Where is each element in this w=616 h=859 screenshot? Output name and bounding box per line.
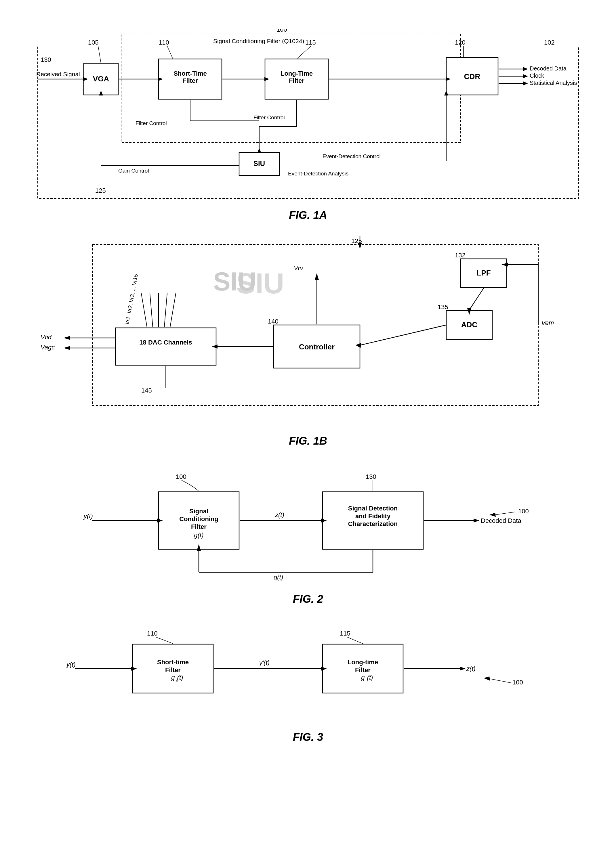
svg-text:Conditioning: Conditioning <box>179 515 218 523</box>
svg-text:Gain Control: Gain Control <box>118 168 149 174</box>
svg-text:Filter: Filter <box>289 77 305 84</box>
svg-marker-23 <box>523 67 528 71</box>
svg-text:Clock: Clock <box>530 72 544 79</box>
fig1b-caption: FIG. 1B <box>35 435 582 447</box>
svg-text:132: 132 <box>455 251 466 259</box>
svg-text:145: 145 <box>141 387 152 394</box>
svg-text:130: 130 <box>366 473 376 480</box>
svg-text:18 DAC Channels: 18 DAC Channels <box>139 339 192 346</box>
svg-text:Filter: Filter <box>182 77 198 84</box>
svg-marker-155 <box>460 667 466 671</box>
page: VGA Short-Time Filter Long-Time Filter C… <box>0 0 616 859</box>
svg-text:Decoded Data: Decoded Data <box>481 517 521 524</box>
svg-text:Received Signal: Received Signal <box>36 71 80 77</box>
svg-text:Short-time: Short-time <box>157 659 189 666</box>
fig2-diagram: Signal Conditioning Filter g(t) Signal D… <box>78 469 538 590</box>
svg-text:115: 115 <box>340 630 350 637</box>
svg-text:and Fidelity: and Fidelity <box>355 512 391 520</box>
svg-text:z(t): z(t) <box>275 511 284 519</box>
svg-text:Vfid: Vfid <box>41 334 52 341</box>
svg-text:125: 125 <box>351 237 362 244</box>
fig3-svg: Short-time Filter g s (t) Long-time Filt… <box>64 627 553 728</box>
svg-rect-73 <box>116 328 216 365</box>
svg-text:g: g <box>361 674 364 681</box>
svg-text:VGA: VGA <box>93 75 109 83</box>
fig1b-diagram: SIU SIU LPF ADC Controller 18 DAC Channe… <box>35 236 582 431</box>
svg-text:SIU: SIU <box>213 267 256 296</box>
svg-text:102: 102 <box>544 39 555 46</box>
svg-text:z(t): z(t) <box>466 665 475 672</box>
svg-text:Signal: Signal <box>189 508 208 515</box>
svg-text:Filter: Filter <box>191 523 206 530</box>
svg-text:110: 110 <box>147 630 158 637</box>
svg-text:100: 100 <box>277 29 287 33</box>
svg-marker-124 <box>474 519 479 523</box>
svg-text:g: g <box>171 674 175 681</box>
svg-text:Short-Time: Short-Time <box>174 70 207 77</box>
svg-marker-25 <box>523 74 528 78</box>
svg-text:135: 135 <box>438 303 448 311</box>
fig3-caption: FIG. 3 <box>64 731 553 743</box>
svg-text:y(t): y(t) <box>66 661 76 668</box>
svg-text:y(t): y(t) <box>83 512 93 520</box>
svg-text:Vr1, Vr2, Vr3, ... Vr15: Vr1, Vr2, Vr3, ... Vr15 <box>124 273 139 325</box>
svg-text:Event-Detection Analysis: Event-Detection Analysis <box>288 170 349 176</box>
svg-text:100: 100 <box>513 679 523 686</box>
svg-text:Vem: Vem <box>541 319 554 326</box>
svg-text:130: 130 <box>41 56 51 63</box>
svg-text:Event-Detection Control: Event-Detection Control <box>322 153 381 159</box>
svg-line-77 <box>469 288 484 310</box>
svg-text:115: 115 <box>305 39 316 46</box>
svg-text:Filter Control: Filter Control <box>253 114 285 120</box>
fig1a-caption: FIG. 1A <box>35 209 582 222</box>
svg-line-133 <box>495 512 515 515</box>
svg-text:120: 120 <box>455 39 466 46</box>
svg-text:105: 105 <box>88 39 98 46</box>
fig1a-svg: VGA Short-Time Filter Long-Time Filter C… <box>35 29 582 210</box>
fig1b-svg: SIU SIU LPF ADC Controller 18 DAC Channe… <box>35 236 582 431</box>
svg-text:SIU: SIU <box>253 159 265 167</box>
svg-line-84 <box>150 293 153 327</box>
fig2-caption: FIG. 2 <box>78 593 538 605</box>
svg-text:125: 125 <box>95 187 106 194</box>
svg-text:y'(t): y'(t) <box>259 659 270 666</box>
svg-marker-161 <box>484 676 490 681</box>
fig2-svg: Signal Conditioning Filter g(t) Signal D… <box>78 469 538 590</box>
svg-text:Decoded Data: Decoded Data <box>530 65 567 72</box>
svg-text:Filter Control: Filter Control <box>136 120 167 126</box>
svg-marker-27 <box>523 81 528 86</box>
fig1a-diagram: VGA Short-Time Filter Long-Time Filter C… <box>35 29 582 207</box>
svg-text:Long-time: Long-time <box>347 659 378 666</box>
svg-line-43 <box>167 46 173 59</box>
svg-text:110: 110 <box>158 39 169 46</box>
svg-text:Characterization: Characterization <box>348 520 397 528</box>
svg-line-86 <box>164 293 167 327</box>
svg-text:Vrv: Vrv <box>294 265 304 272</box>
svg-text:Signal Detection: Signal Detection <box>348 505 397 512</box>
svg-line-160 <box>489 679 512 683</box>
svg-text:Long-Time: Long-Time <box>280 70 313 77</box>
svg-line-87 <box>170 293 176 327</box>
svg-marker-33 <box>257 148 261 153</box>
svg-text:140: 140 <box>268 318 278 325</box>
svg-line-83 <box>141 293 147 327</box>
svg-text:LPF: LPF <box>477 269 491 277</box>
svg-line-79 <box>361 325 446 345</box>
svg-text:(t): (t) <box>367 674 373 681</box>
svg-text:Vagc: Vagc <box>41 344 55 351</box>
svg-text:100: 100 <box>518 508 529 515</box>
svg-text:Statistical Analysis: Statistical Analysis <box>530 80 577 86</box>
svg-text:Signal Conditioning Filter (Q1: Signal Conditioning Filter (Q1024) <box>213 37 304 44</box>
svg-marker-93 <box>64 346 70 350</box>
svg-text:100: 100 <box>176 473 186 480</box>
svg-text:g(t): g(t) <box>194 531 203 539</box>
svg-text:Filter: Filter <box>355 666 371 673</box>
fig3-diagram: Short-time Filter g s (t) Long-time Filt… <box>64 627 553 728</box>
svg-marker-91 <box>64 336 70 340</box>
svg-text:q(t): q(t) <box>274 574 283 581</box>
svg-line-47 <box>297 46 311 59</box>
svg-text:CDR: CDR <box>464 72 480 81</box>
svg-text:Filter: Filter <box>165 666 181 673</box>
svg-marker-134 <box>489 513 496 517</box>
svg-marker-89 <box>315 273 319 280</box>
